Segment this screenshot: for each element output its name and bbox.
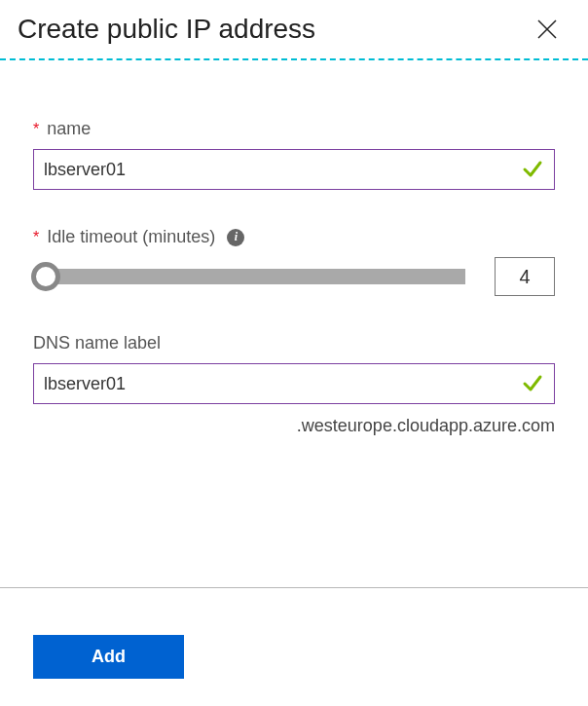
close-button[interactable] [532,14,563,45]
idle-timeout-label: * Idle timeout (minutes) i [33,227,555,247]
dns-input[interactable] [44,374,521,394]
dns-label-text: DNS name label [33,333,161,353]
name-label-text: name [47,119,91,139]
panel-header: Create public IP address [0,0,588,60]
info-icon[interactable]: i [227,229,244,246]
idle-timeout-slider[interactable] [33,267,465,286]
dns-suffix: .westeurope.cloudapp.azure.com [33,416,555,436]
required-indicator: * [33,121,39,138]
name-input-wrap [33,149,555,190]
required-indicator: * [33,229,39,246]
panel-title: Create public IP address [18,14,315,45]
idle-timeout-label-text: Idle timeout (minutes) [47,227,215,247]
idle-timeout-slider-row: 4 [33,257,555,296]
checkmark-icon [521,372,544,395]
idle-timeout-field-group: * Idle timeout (minutes) i 4 [33,227,555,296]
slider-track-bar [33,269,465,284]
name-label: * name [33,119,555,139]
slider-handle[interactable] [31,262,60,291]
dns-label: DNS name label [33,333,555,353]
name-input[interactable] [44,160,521,180]
name-field-group: * name [33,119,555,190]
dns-field-group: DNS name label .westeurope.cloudapp.azur… [33,333,555,436]
form-body: * name * Idle timeout (minutes) i 4 DNS … [0,60,588,436]
checkmark-icon [521,158,544,181]
close-icon [535,18,559,41]
footer-divider [0,587,588,588]
add-button[interactable]: Add [33,635,184,679]
dns-input-wrap [33,363,555,404]
idle-timeout-value[interactable]: 4 [495,257,555,296]
panel-footer: Add [0,587,588,679]
